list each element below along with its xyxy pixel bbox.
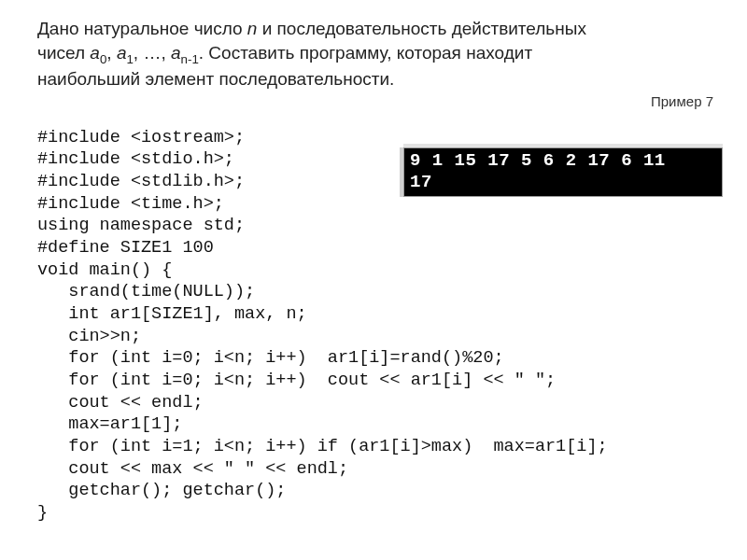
code-line: srand(time(NULL));: [37, 282, 255, 301]
code-line: for (int i=0; i<n; i++) ar1[i]=rand()%20…: [37, 348, 504, 368]
problem-line1-mid: и последовательность действительных: [257, 19, 586, 38]
code-line: cout << endl;: [37, 393, 204, 413]
seq-ellipsis: , …,: [134, 43, 171, 63]
seq-a1-a: a: [117, 43, 127, 63]
console-output: 9 1 15 17 5 6 2 17 6 11 17: [403, 147, 723, 197]
code-line: max=ar1[1];: [37, 414, 182, 434]
code-line: #include <stdio.h>;: [37, 149, 234, 169]
seq-an1-sub: n-1: [181, 51, 199, 65]
seq-a1-sub: 1: [126, 51, 133, 65]
code-line: cout << max << " " << endl;: [37, 459, 348, 479]
var-n: n: [247, 19, 258, 38]
code-line: #include <stdlib.h>;: [37, 172, 245, 191]
code-line: for (int i=0; i<n; i++) cout << ar1[i] <…: [37, 371, 556, 390]
code-line: #include <time.h>;: [37, 194, 224, 214]
console-row: 9 1 15 17 5 6 2 17 6 11: [410, 150, 716, 172]
problem-line1-pre: Дано натуральное число: [37, 19, 247, 38]
problem-statement: Дано натуральное число n и последователь…: [37, 17, 721, 91]
seq-a0-a: a: [90, 43, 100, 63]
seq-an1-a: a: [171, 43, 181, 63]
problem-line2-pre: чисел: [37, 43, 90, 63]
code-line: void main() {: [37, 260, 172, 280]
code-line: getchar(); getchar();: [37, 481, 286, 500]
code-line: #include <iostream>;: [37, 128, 245, 147]
seq-comma1: ,: [106, 43, 117, 63]
code-line: #define SIZE1 100: [37, 238, 214, 258]
code-line: for (int i=1; i<n; i++) if (ar1[i]>max) …: [37, 437, 608, 456]
problem-line3: наибольший элемент последовательности.: [37, 69, 394, 89]
code-line: int ar1[SIZE1], max, n;: [37, 304, 307, 324]
code-line: using namespace std;: [37, 216, 245, 235]
code-line: }: [37, 503, 48, 523]
example-number: Пример 7: [651, 93, 713, 109]
code-line: cin>>n;: [37, 327, 141, 346]
slide: Дано натуральное число n и последователь…: [0, 0, 747, 560]
problem-line2-post: . Составить программу, которая находит: [199, 43, 532, 63]
console-row: 17: [410, 172, 716, 193]
